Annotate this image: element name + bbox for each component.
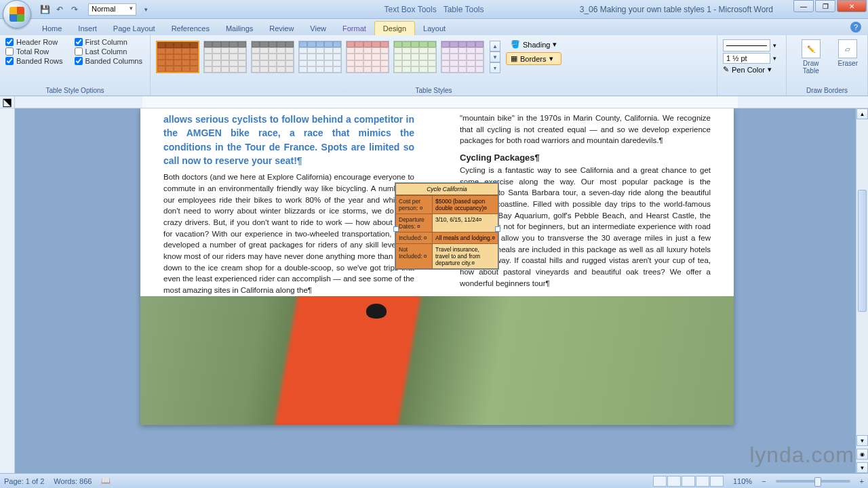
table-cell-value: 3/10, 6/15, 11/24¤ [433, 214, 498, 232]
tab-design[interactable]: Design [374, 21, 415, 35]
table-styles-gallery: ▲ ▼ ▾ [156, 38, 500, 73]
style-thumb-1[interactable] [156, 41, 199, 73]
table-title: Cycle California [396, 184, 498, 195]
zoom-in-icon[interactable]: + [860, 477, 864, 485]
style-thumb-4[interactable] [298, 41, 342, 73]
ribbon: Header Row First Column Total Row Last C… [0, 35, 868, 96]
vertical-scrollbar[interactable]: ▲ ▼ ◉ ▼ [856, 108, 868, 473]
table-cell-label: Cost per person: ¤ [396, 196, 433, 214]
scroll-thumb[interactable] [858, 190, 867, 312]
check-banded-columns[interactable]: Banded Columns [75, 57, 144, 65]
tab-references[interactable]: References [163, 22, 218, 35]
tab-home[interactable]: Home [34, 22, 70, 35]
status-words[interactable]: Words: 866 [54, 477, 92, 485]
vertical-ruler[interactable] [0, 108, 15, 473]
tab-view[interactable]: View [302, 22, 334, 35]
eraser-label: Eraser [838, 60, 858, 67]
view-outline[interactable] [696, 476, 709, 487]
horizontal-ruler[interactable] [142, 96, 738, 108]
borders-button[interactable]: ▦Borders ▾ [506, 52, 561, 65]
check-total-row[interactable]: Total Row [5, 47, 65, 56]
check-banded-rows[interactable]: Banded Rows [5, 57, 65, 65]
eraser-button[interactable]: ▱ Eraser [834, 38, 862, 94]
draw-table-button[interactable]: ✏️ Draw Table [792, 38, 830, 94]
line-style-dropdown[interactable] [723, 39, 770, 52]
col2-top-text: "mountain bike" in the 1970s in Marin Co… [460, 113, 711, 146]
shading-button[interactable]: 🪣Shading ▾ [506, 38, 561, 51]
gallery-down-icon[interactable]: ▼ [490, 52, 500, 62]
group-table-styles: ▲ ▼ ▾ 🪣Shading ▾ ▦Borders ▾ Table Styles [151, 35, 717, 96]
tab-mailings[interactable]: Mailings [218, 22, 261, 35]
cyclist-photo [140, 296, 734, 425]
view-print-layout[interactable] [653, 476, 667, 487]
table-tools-label: Table Tools [443, 5, 484, 14]
style-thumb-3[interactable] [251, 41, 294, 73]
gallery-up-icon[interactable]: ▲ [490, 41, 500, 52]
scroll-down-icon[interactable]: ▼ [856, 435, 868, 446]
label-total-row: Total Row [16, 47, 49, 56]
tab-review[interactable]: Review [261, 22, 302, 35]
table-cell-label: Not Included: ¤ [396, 244, 433, 268]
next-page-icon[interactable]: ▼ [856, 462, 868, 473]
check-header-row[interactable]: Header Row [5, 38, 65, 46]
tab-page-layout[interactable]: Page Layout [105, 22, 163, 35]
quick-access-toolbar: 💾 ↶ ↷ Normal ▾ [35, 0, 155, 18]
title-context-tools: Text Box Tools Table Tools [384, 5, 484, 14]
style-thumb-7[interactable] [441, 41, 484, 73]
table-cell-value: All meals and lodging.¤ [433, 232, 498, 243]
style-selector[interactable]: Normal [88, 3, 136, 16]
scroll-up-icon[interactable]: ▲ [856, 108, 868, 119]
line-weight-dropdown[interactable]: 1 ½ pt [723, 53, 770, 64]
style-thumb-2[interactable] [203, 41, 247, 73]
proofing-icon[interactable]: 📖 [101, 476, 111, 485]
status-page[interactable]: Page: 1 of 2 [4, 477, 44, 485]
zoom-slider[interactable] [776, 480, 850, 483]
view-full-screen[interactable] [667, 476, 681, 487]
help-icon[interactable]: ? [850, 22, 861, 33]
label-first-column: First Column [85, 38, 127, 46]
zoom-level[interactable]: 110% [733, 477, 752, 485]
tab-layout[interactable]: Layout [415, 22, 454, 35]
table-row: Included: ¤ All meals and lodging.¤ [396, 232, 498, 243]
view-web-layout[interactable] [682, 476, 695, 487]
group-label-tso: Table Style Options [0, 87, 150, 94]
view-draft[interactable] [710, 476, 724, 487]
text-box-tools-label: Text Box Tools [384, 5, 437, 14]
maximize-button[interactable]: ❐ [815, 0, 835, 12]
style-thumb-6[interactable] [393, 41, 437, 73]
tab-format[interactable]: Format [334, 22, 374, 35]
column-left: allows serious cyclists to follow behind… [163, 113, 414, 296]
close-button[interactable]: ✕ [837, 0, 867, 12]
label-last-column: Last Column [85, 47, 127, 56]
group-label-table-styles: Table Styles [151, 87, 717, 94]
blue-heading-text: allows serious cyclists to follow behind… [163, 113, 414, 167]
draw-table-label: Draw Table [796, 60, 826, 75]
table-cell-label: Departure Dates: ¤ [396, 214, 433, 232]
document-page[interactable]: allows serious cyclists to follow behind… [140, 108, 734, 425]
style-thumb-5[interactable] [346, 41, 389, 73]
shading-label: Shading [523, 41, 550, 49]
prev-page-icon[interactable]: ◉ [856, 449, 868, 460]
zoom-out-icon[interactable]: − [762, 477, 766, 485]
tab-insert[interactable]: Insert [70, 22, 105, 35]
undo-icon[interactable]: ↶ [54, 4, 65, 15]
table-cell-value: $5000 (based upon double occupancy)¤ [433, 196, 498, 214]
table-cell-value: Travel insurance, travel to and from dep… [433, 244, 498, 268]
ruler-corner[interactable]: ⬔ [0, 96, 15, 108]
group-pen: ▾ 1 ½ pt▾ ✎Pen Color ▾ [717, 35, 787, 96]
pen-color-icon[interactable]: ✎ [723, 65, 729, 74]
qat-more-icon[interactable]: ▾ [140, 4, 151, 15]
embedded-table[interactable]: Cycle California Cost per person: ¤ $500… [395, 183, 498, 269]
office-button[interactable] [3, 0, 31, 28]
label-header-row: Header Row [16, 38, 58, 46]
check-first-column[interactable]: First Column [75, 38, 144, 46]
document-area: allows serious cyclists to follow behind… [0, 108, 856, 473]
save-icon[interactable]: 💾 [39, 4, 50, 15]
minimize-button[interactable]: — [793, 0, 814, 12]
ribbon-tabs: Home Insert Page Layout References Maili… [0, 19, 868, 35]
gallery-more-icon[interactable]: ▾ [490, 62, 500, 73]
group-table-style-options: Header Row First Column Total Row Last C… [0, 35, 151, 96]
redo-icon[interactable]: ↷ [69, 4, 80, 15]
check-last-column[interactable]: Last Column [75, 47, 144, 56]
borders-label: Borders [520, 55, 547, 63]
